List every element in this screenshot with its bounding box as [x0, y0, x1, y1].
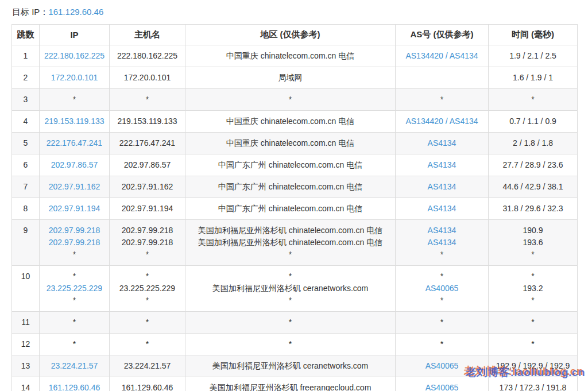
ip-text: * — [73, 95, 76, 104]
ip-cell: * — [40, 89, 110, 111]
ip-link[interactable]: 202.97.99.218 — [49, 238, 100, 247]
ip-link[interactable]: 222.176.47.241 — [47, 138, 102, 148]
asn-line: * — [398, 94, 486, 106]
asn-link[interactable]: AS4134 — [428, 226, 457, 235]
region-line: * — [188, 270, 393, 282]
asn-text: * — [440, 318, 443, 327]
time-cell: 2 / 1.8 / 1.8 — [489, 133, 578, 154]
ip-line: * — [42, 270, 107, 282]
ip-line: 23.224.21.57 — [42, 360, 107, 372]
asn-cell: AS134420 / AS4134 — [396, 45, 489, 67]
region-cell: 中国广东广州 chinatelecom.com.cn 电信 — [185, 154, 396, 176]
ip-link[interactable]: 172.20.0.101 — [51, 73, 98, 82]
asn-link[interactable]: AS40065 — [425, 383, 459, 391]
ip-link[interactable]: 202.97.91.162 — [49, 182, 100, 191]
ip-link[interactable]: 202.97.91.194 — [49, 204, 100, 213]
asn-link[interactable]: AS134420 / AS4134 — [405, 51, 478, 60]
time-text: * — [531, 250, 534, 259]
ip-line: 172.20.0.101 — [42, 72, 107, 84]
ip-link[interactable]: 23.225.225.229 — [47, 284, 102, 293]
region-text: * — [289, 318, 292, 327]
asn-link[interactable]: AS40065 — [425, 284, 459, 293]
region-line: 中国重庆 chinatelecom.com.cn 电信 — [188, 115, 393, 127]
host-text: * — [146, 296, 149, 305]
time-cell: 0.7 / 1.1 / 0.9 — [489, 111, 578, 133]
region-line: 美国加利福尼亚州洛杉矶 chinatelecom.com.cn 电信 — [188, 224, 393, 237]
region-cell: 中国重庆 chinatelecom.com.cn 电信 — [185, 111, 396, 133]
page: 目标 IP：161.129.60.46 跳数 IP 主机名 地区 (仅供参考) … — [0, 0, 588, 391]
region-text: 美国加利福尼亚州洛杉矶 chinatelecom.com.cn 电信 — [198, 238, 382, 247]
asn-cell: AS134420 / AS4134 — [396, 111, 489, 133]
target-ip-link[interactable]: 161.129.60.46 — [48, 7, 103, 17]
ip-line: 202.97.99.218 — [42, 237, 107, 249]
region-line: 中国重庆 chinatelecom.com.cn 电信 — [188, 50, 393, 62]
host-cell: 202.97.99.218202.97.99.218* — [110, 220, 185, 266]
asn-text: * — [440, 272, 443, 281]
time-line: * — [491, 94, 575, 106]
time-text: 193.6 — [523, 238, 543, 247]
time-text: * — [531, 318, 534, 327]
col-header-time: 时间 (毫秒) — [489, 25, 578, 45]
asn-link[interactable]: AS4134 — [428, 160, 457, 169]
time-text: * — [531, 95, 534, 104]
col-header-asn: AS号 (仅供参考) — [396, 25, 489, 45]
table-row: 2172.20.0.101172.20.0.101局域网1.6 / 1.9 / … — [12, 67, 578, 89]
asn-line: AS134420 / AS4134 — [398, 115, 486, 127]
ip-link[interactable]: 222.180.162.225 — [44, 51, 105, 60]
ip-link[interactable]: 202.97.86.57 — [51, 160, 98, 169]
asn-link[interactable]: AS134420 / AS4134 — [405, 117, 478, 126]
host-cell: 222.176.47.241 — [110, 133, 185, 154]
region-text: 局域网 — [278, 73, 303, 82]
region-line: * — [188, 338, 393, 350]
asn-link[interactable]: AS4134 — [428, 138, 457, 148]
asn-text: * — [440, 296, 443, 305]
region-cell: 中国广东广州 chinatelecom.com.cn 电信 — [185, 176, 396, 198]
asn-text: * — [440, 339, 443, 349]
time-cell: 192.9 / 192.9 / 192.9 — [489, 355, 578, 377]
table-row: 10*23.225.225.229**23.225.225.229**美国加利福… — [12, 266, 578, 312]
host-line: 23.224.21.57 — [112, 360, 183, 372]
time-line: 190.9 — [491, 224, 575, 237]
hop-number: 13 — [12, 355, 40, 377]
ip-link[interactable]: 202.97.99.218 — [49, 226, 100, 235]
host-text: 222.176.47.241 — [119, 138, 175, 148]
time-text: 1.6 / 1.9 / 1 — [513, 73, 553, 82]
ip-line: * — [42, 249, 107, 261]
region-line: 中国广东广州 chinatelecom.com.cn 电信 — [188, 159, 393, 171]
time-text: 31.8 / 29.6 / 32.3 — [502, 204, 563, 213]
host-text: 219.153.119.133 — [117, 117, 177, 126]
ip-link[interactable]: 219.153.119.133 — [44, 117, 104, 126]
time-text: 27.7 / 28.9 / 23.6 — [502, 160, 563, 169]
host-cell: 202.97.86.57 — [110, 154, 185, 176]
col-header-ip: IP — [40, 25, 110, 45]
region-line: * — [188, 94, 393, 106]
hop-number: 3 — [12, 89, 40, 111]
time-line: 192.9 / 192.9 / 192.9 — [491, 360, 575, 372]
region-line: * — [188, 316, 393, 328]
host-line: * — [112, 316, 183, 328]
table-row: 14161.129.60.46161.129.60.46美国加利福尼亚州洛杉矶 … — [12, 377, 578, 391]
asn-link[interactable]: AS4134 — [428, 238, 457, 247]
hop-number: 1 — [12, 45, 40, 67]
host-cell: 23.224.21.57 — [110, 355, 185, 377]
asn-link[interactable]: AS4134 — [428, 204, 457, 213]
host-line: 202.97.99.218 — [112, 237, 183, 249]
time-cell: 1.9 / 2.1 / 2.5 — [489, 45, 578, 67]
asn-link[interactable]: AS40065 — [425, 361, 459, 370]
host-cell: 222.180.162.225 — [110, 45, 185, 67]
host-text: 202.97.86.57 — [124, 160, 171, 169]
region-cell: 美国加利福尼亚州洛杉矶 ceranetworks.com — [185, 355, 396, 377]
asn-link[interactable]: AS4134 — [428, 182, 457, 191]
time-text: 2 / 1.8 / 1.8 — [513, 138, 553, 148]
time-cell: 31.8 / 29.6 / 32.3 — [489, 198, 578, 220]
ip-line: 202.97.86.57 — [42, 159, 107, 171]
time-line: * — [491, 338, 575, 350]
ip-link[interactable]: 23.224.21.57 — [51, 361, 98, 370]
region-text: 中国广东广州 chinatelecom.com.cn 电信 — [218, 204, 362, 213]
region-cell: 美国加利福尼亚州洛杉矶 chinatelecom.com.cn 电信美国加利福尼… — [185, 220, 396, 266]
host-text: * — [146, 250, 149, 259]
ip-link[interactable]: 161.129.60.46 — [49, 383, 100, 391]
asn-cell — [396, 67, 489, 89]
table-row: 7202.97.91.162202.97.91.162中国广东广州 chinat… — [12, 176, 578, 198]
asn-line: AS134420 / AS4134 — [398, 50, 486, 62]
